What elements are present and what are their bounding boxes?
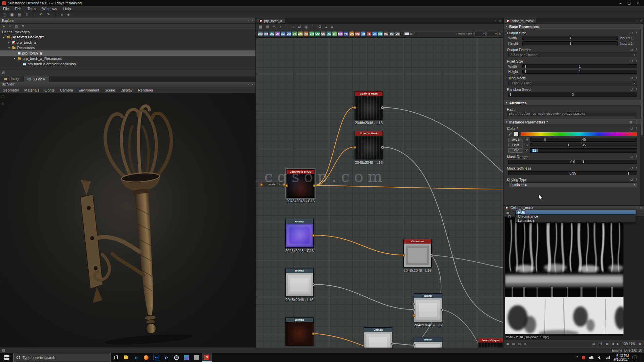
- node-output-port[interactable]: [313, 184, 316, 187]
- focus-icon[interactable]: ◎: [305, 25, 308, 29]
- redo-icon[interactable]: ↷: [47, 13, 50, 16]
- menu-icon[interactable]: ≡: [325, 25, 327, 29]
- grid-view-icon[interactable]: ▦: [410, 32, 413, 35]
- network-icon[interactable]: [606, 356, 610, 359]
- node-output-port[interactable]: [430, 254, 433, 257]
- channel-icon[interactable]: ▥: [518, 342, 521, 346]
- node-input-port[interactable]: [413, 343, 415, 346]
- node-btn-levels[interactable]: Lvl: [332, 31, 337, 36]
- taskbar-search[interactable]: [13, 353, 111, 362]
- tree-item-prp-torch-a-resources-folder[interactable]: ▾ prp_torch_a_Resources: [0, 56, 255, 61]
- graph-node-blend-1[interactable]: Blend: [414, 293, 442, 322]
- app-button[interactable]: [192, 353, 202, 362]
- reset-icon[interactable]: ↺: [630, 167, 633, 170]
- option-rgb[interactable]: RGB: [516, 210, 636, 214]
- pixel-width-slider[interactable]: 1: [522, 64, 637, 68]
- onedrive-icon[interactable]: [589, 356, 594, 359]
- menu-scene[interactable]: Scene: [102, 88, 118, 92]
- node-btn-input-color[interactable]: InC: [389, 31, 394, 36]
- node-btn-input-gray[interactable]: InG: [384, 31, 389, 36]
- ie-button[interactable]: e: [161, 353, 171, 362]
- log-icon[interactable]: ▤: [2, 349, 5, 352]
- reset-zoom-icon[interactable]: ↺: [524, 342, 527, 346]
- node-btn-hsl[interactable]: HSL: [326, 31, 331, 36]
- options-icon[interactable]: ≡: [61, 13, 63, 16]
- menu-environment[interactable]: Environment: [76, 88, 102, 92]
- node-btn-fxmap[interactable]: FxM: [304, 31, 309, 36]
- function-icon[interactable]: ƒ: [635, 155, 637, 159]
- tab-library[interactable]: Library: [0, 76, 24, 82]
- node-output-port[interactable]: [312, 283, 315, 286]
- tree-item-resources[interactable]: ▾ Resources: [0, 45, 255, 50]
- close-icon[interactable]: ×: [640, 206, 642, 210]
- expand-arrow-icon[interactable]: ▸: [7, 41, 11, 44]
- maximize-button[interactable]: ▢: [628, 1, 631, 5]
- node-btn-emboss[interactable]: Emb: [298, 31, 303, 36]
- grid-icon[interactable]: ▦: [630, 120, 633, 124]
- node-btn-normal[interactable]: Nrm: [338, 31, 343, 36]
- scrollbar-thumb[interactable]: [641, 24, 643, 135]
- node-btn-blend[interactable]: Bld: [264, 31, 269, 36]
- tiling-icon[interactable]: ▦: [606, 342, 609, 346]
- gear-icon[interactable]: ⚙: [318, 25, 322, 29]
- tree-item-prp-torch-a-resource[interactable]: prp_torch_a: [0, 50, 255, 56]
- hue-gradient-bar[interactable]: [521, 132, 637, 136]
- saturation-slider[interactable]: 35: [530, 143, 637, 147]
- graph-node-convert-to-srgb[interactable]: Convert to sRGB: [286, 169, 315, 198]
- menu-materials[interactable]: Materials: [22, 88, 42, 92]
- mask-range-slider[interactable]: 0.6: [508, 160, 637, 164]
- float-mode-button[interactable]: Float: [508, 143, 523, 147]
- compass-app-button[interactable]: [171, 353, 182, 362]
- new-icon[interactable]: ▢: [3, 13, 6, 16]
- compass-icon[interactable]: ¤: [331, 25, 333, 29]
- channel-icon[interactable]: ▤: [512, 342, 515, 346]
- swap-icon[interactable]: ⇄: [298, 25, 301, 29]
- graph-node-blend-2[interactable]: Blend: [414, 337, 442, 348]
- node-btn-grayscale[interactable]: Gry: [321, 31, 326, 36]
- edge-button[interactable]: e: [131, 353, 141, 362]
- close-icon[interactable]: ×: [499, 19, 501, 23]
- fit-icon[interactable]: ⊞: [592, 342, 595, 346]
- node-btn-pixel-processor[interactable]: Pix: [344, 31, 349, 36]
- save-icon[interactable]: ▤: [18, 13, 21, 16]
- node-btn-uniform[interactable]: Uni: [372, 31, 377, 36]
- node-btn-gradient[interactable]: Grd: [309, 31, 314, 36]
- function-icon[interactable]: ƒ: [635, 60, 637, 63]
- reset-icon[interactable]: ↺: [630, 48, 633, 52]
- node-input-port[interactable]: [260, 183, 263, 186]
- graph-tab[interactable]: prp_torch_a: [256, 18, 285, 23]
- graph-node-convert-collapsed[interactable]: Convert...: [261, 182, 284, 187]
- float-icon[interactable]: ▫: [248, 83, 249, 86]
- grid-icon[interactable]: ▦: [259, 25, 262, 29]
- node-btn-dir-warp[interactable]: DWr: [286, 31, 291, 36]
- height-slider[interactable]: [522, 41, 618, 45]
- properties-tab[interactable]: color_to_mask: [504, 18, 537, 23]
- parent-width-dropdown[interactable]: ▾: [474, 32, 486, 36]
- undo-icon[interactable]: ↶: [39, 13, 42, 16]
- import-icon[interactable]: ⇩: [25, 13, 28, 16]
- value-edit-field[interactable]: 13: [530, 148, 637, 153]
- graph-node-color-to-mask-1[interactable]: Color to Mask: [355, 91, 383, 120]
- action-center-icon[interactable]: [633, 356, 637, 359]
- open-icon[interactable]: ▣: [10, 13, 13, 16]
- function-icon[interactable]: ƒ: [635, 167, 637, 170]
- view-mode-icon[interactable]: ▢: [1, 95, 4, 98]
- photos-button[interactable]: [182, 353, 192, 362]
- menu-file[interactable]: File: [0, 7, 12, 11]
- more-icon[interactable]: ⋮: [413, 32, 416, 35]
- graph-node-curvature[interactable]: Curvature: [403, 239, 432, 267]
- function-icon[interactable]: ƒ: [635, 76, 637, 80]
- eyedropper-icon[interactable]: [508, 132, 512, 136]
- minimize-button[interactable]: –: [619, 1, 621, 5]
- refresh-icon[interactable]: ↻: [498, 32, 501, 35]
- options-icon[interactable]: ▣: [638, 342, 641, 346]
- reset-icon[interactable]: ↺: [630, 127, 633, 131]
- node-btn-curve[interactable]: Crv: [275, 31, 280, 36]
- graph-canvas[interactable]: Color to Mask 2048x2048 - L16 Color to M…: [256, 38, 503, 348]
- section-attributes[interactable]: ▾ Attributes: [504, 100, 641, 106]
- close-icon[interactable]: ×: [640, 19, 642, 23]
- camera-target-icon[interactable]: ◎: [1, 102, 4, 105]
- select-icon[interactable]: ↖: [273, 25, 276, 29]
- tree-item-unsaved-package[interactable]: ▸ Unsaved Package*: [0, 34, 255, 40]
- hsv-mode-button[interactable]: HSV: [508, 148, 523, 153]
